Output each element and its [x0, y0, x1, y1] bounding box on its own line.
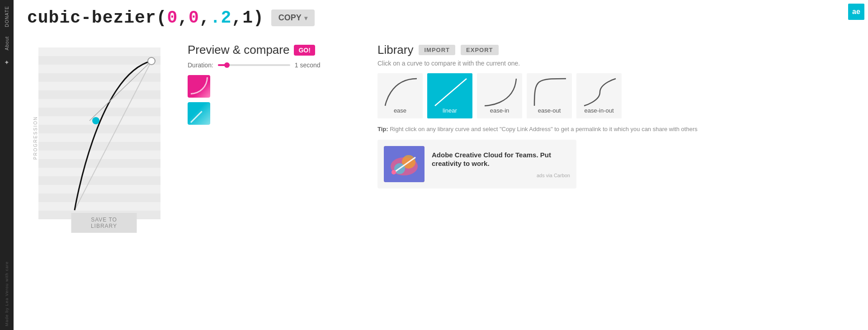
svg-point-5 [148, 57, 155, 65]
preview-box-teal [188, 102, 210, 125]
bezier-svg [38, 47, 160, 219]
ad-via: ads via Carbon [432, 173, 570, 178]
duration-label: Duration: [188, 61, 213, 69]
ad-content: Adobe Creative Cloud for Teams. Put crea… [432, 151, 570, 178]
main-content: PROGRESSION [20, 38, 861, 233]
ease-in-curve-svg [482, 76, 519, 108]
tip-content: Right click on any library curve and sel… [388, 126, 698, 132]
bezier-graph[interactable]: TIME [38, 47, 160, 219]
svg-point-3 [92, 117, 99, 124]
svg-point-12 [392, 170, 396, 174]
library-section: Library IMPORT EXPORT Click on a curve t… [377, 43, 861, 233]
ease-label: ease [394, 107, 406, 114]
preview-section: Preview & compare GO! Duration: 1 second [188, 43, 359, 233]
formula-suffix: ) [253, 8, 264, 28]
duration-slider[interactable] [218, 64, 290, 66]
library-title: Library [377, 43, 413, 57]
comma3: , [231, 8, 242, 28]
ease-curve-svg [383, 76, 419, 108]
duration-value: 1 second [295, 61, 321, 69]
svg-line-2 [90, 61, 151, 121]
import-button[interactable]: IMPORT [419, 45, 455, 55]
comma1: , [178, 8, 189, 28]
sidebar-credit: Made by Lea Verou with care [5, 258, 9, 326]
curve-card-linear[interactable]: linear [427, 73, 472, 118]
sidebar: DONATE About ✦ Made by Lea Verou with ca… [0, 0, 14, 330]
param1: 0 [167, 8, 178, 28]
copy-dropdown-icon: ▾ [304, 14, 307, 22]
cubic-formula: cubic-bezier(0,0,.2,1) [27, 8, 264, 28]
param4: 1 [242, 8, 253, 28]
ease-in-label: ease-in [490, 107, 509, 114]
ad-title: Adobe Creative Cloud for Teams. Put crea… [432, 151, 570, 168]
ease-out-label: ease-out [538, 107, 561, 114]
copy-label: COPY [278, 13, 302, 23]
sidebar-about[interactable]: About [5, 34, 9, 52]
canvas-area: PROGRESSION [38, 43, 170, 233]
progression-label: PROGRESSION [33, 116, 38, 160]
export-button[interactable]: EXPORT [461, 45, 498, 55]
star-icon: ✦ [4, 59, 9, 66]
go-button[interactable]: GO! [294, 45, 315, 56]
ease-out-curve-svg [532, 76, 568, 108]
save-to-library-button[interactable]: SAVE TO LIBRARY [71, 213, 137, 233]
preview-title: Preview & compare GO! [188, 43, 359, 57]
tip-text: Tip: Right click on any library curve an… [377, 126, 861, 132]
ad-image [384, 146, 425, 182]
ad-illustration [384, 146, 425, 182]
library-curves: ease linear ease-in eas [377, 73, 861, 118]
curve-card-ease-in[interactable]: ease-in [477, 73, 522, 118]
linear-curve-svg [433, 76, 469, 108]
curve-card-ease-in-out[interactable]: ease-in-out [576, 73, 622, 118]
library-header: Library IMPORT EXPORT [377, 43, 861, 57]
preview-title-text: Preview & compare [188, 43, 289, 57]
ease-in-out-label: ease-in-out [584, 107, 613, 114]
duration-slider-thumb [224, 62, 230, 68]
comma2: , [199, 8, 210, 28]
duration-row: Duration: 1 second [188, 61, 359, 69]
svg-line-0 [75, 61, 151, 210]
curve-card-ease-out[interactable]: ease-out [527, 73, 572, 118]
preview-boxes [188, 75, 359, 125]
library-subtitle: Click on a curve to compare it with the … [377, 60, 861, 67]
copy-button[interactable]: COPY ▾ [271, 9, 315, 26]
tip-bold: Tip: [377, 126, 388, 132]
preview-box-pink [188, 75, 210, 98]
formula-prefix: cubic-bezier( [27, 8, 167, 28]
formula-text: cubic-bezier(0,0,.2,1) [27, 8, 264, 28]
svg-line-6 [435, 79, 467, 106]
ease-in-out-curve-svg [582, 76, 618, 108]
param2: 0 [189, 8, 199, 28]
ad-box[interactable]: Adobe Creative Cloud for Teams. Put crea… [377, 140, 576, 189]
curve-card-ease[interactable]: ease [377, 73, 423, 118]
linear-label: linear [443, 107, 457, 114]
header: cubic-bezier(0,0,.2,1) COPY ▾ [27, 8, 315, 28]
param3: .2 [210, 8, 232, 28]
sidebar-donate[interactable]: DONATE [5, 4, 9, 29]
ae-logo[interactable]: ae [848, 4, 864, 20]
